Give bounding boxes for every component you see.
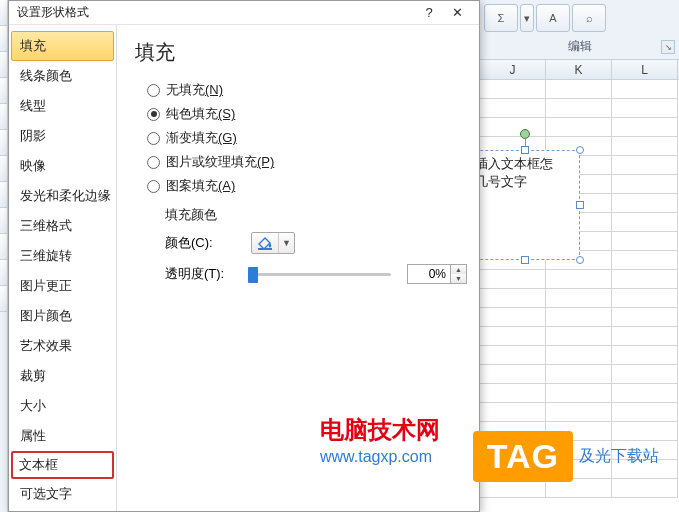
- watermark-line1: 电脑技术网: [320, 414, 440, 446]
- radio-icon: [147, 84, 160, 97]
- transparency-input[interactable]: [408, 265, 450, 283]
- sidebar-item-crop[interactable]: 裁剪: [11, 361, 114, 391]
- radio-label: 无填充(N): [166, 81, 223, 99]
- chevron-down-icon: ▼: [278, 233, 294, 253]
- ribbon-button-1[interactable]: Σ: [484, 4, 518, 32]
- svg-rect-0: [258, 248, 272, 250]
- fill-radio-group: 无填充(N)纯色填充(S)渐变填充(G)图片或纹理填充(P)图案填充(A): [135, 78, 467, 198]
- resize-handle[interactable]: [576, 201, 584, 209]
- watermark-tag-badge: TAG 及光下载站: [473, 431, 659, 482]
- ribbon-dialog-launcher[interactable]: ↘: [661, 40, 675, 54]
- radio-label: 图片或纹理填充(P): [166, 153, 274, 171]
- textbox-line1: 插入文本框怎: [475, 156, 553, 171]
- transparency-label: 透明度(T):: [165, 265, 251, 283]
- slider-thumb[interactable]: [248, 267, 258, 283]
- inserted-textbox-shape[interactable]: 插入文本框怎 几号文字: [470, 150, 580, 260]
- resize-handle[interactable]: [521, 256, 529, 264]
- sidebar-item-pic-color[interactable]: 图片颜色: [11, 301, 114, 331]
- dialog-sidebar: 填充线条颜色线型阴影映像发光和柔化边缘三维格式三维旋转图片更正图片颜色艺术效果裁…: [9, 25, 117, 511]
- sidebar-item-line-color[interactable]: 线条颜色: [11, 61, 114, 91]
- left-edge-toolbar: [0, 0, 8, 512]
- ribbon-group-label: 编辑: [480, 36, 679, 55]
- sidebar-item-3d-rotation[interactable]: 三维旋转: [11, 241, 114, 271]
- tag-badge: TAG: [473, 431, 573, 482]
- sidebar-item-properties[interactable]: 属性: [11, 421, 114, 451]
- sidebar-item-fill[interactable]: 填充: [11, 31, 114, 61]
- radio-icon: [147, 156, 160, 169]
- radio-icon: [147, 108, 160, 121]
- fill-radio-option[interactable]: 无填充(N): [135, 78, 467, 102]
- col-header-L[interactable]: L: [612, 60, 678, 79]
- radio-label: 渐变填充(G): [166, 129, 237, 147]
- resize-handle[interactable]: [521, 146, 529, 154]
- radio-label: 图案填充(A): [166, 177, 235, 195]
- watermark-site: 及光下载站: [579, 446, 659, 467]
- transparency-spinner[interactable]: ▲ ▼: [407, 264, 467, 284]
- sidebar-item-glow[interactable]: 发光和柔化边缘: [11, 181, 114, 211]
- spinner-down[interactable]: ▼: [451, 274, 466, 283]
- color-dropdown[interactable]: ▼: [251, 232, 295, 254]
- sidebar-item-pic-correction[interactable]: 图片更正: [11, 271, 114, 301]
- fill-radio-option[interactable]: 图片或纹理填充(P): [135, 150, 467, 174]
- col-header-K[interactable]: K: [546, 60, 612, 79]
- sidebar-item-3d-format[interactable]: 三维格式: [11, 211, 114, 241]
- dialog-title: 设置形状格式: [17, 4, 89, 21]
- dialog-close-button[interactable]: ✕: [443, 2, 471, 24]
- radio-icon: [147, 132, 160, 145]
- fill-color-section-label: 填充颜色: [165, 206, 467, 224]
- dialog-help-button[interactable]: ?: [415, 2, 443, 24]
- sidebar-item-alt-text[interactable]: 可选文字: [11, 479, 114, 509]
- col-header-J[interactable]: J: [480, 60, 546, 79]
- ribbon-dropdown-1[interactable]: ▾: [520, 4, 534, 32]
- dialog-titlebar[interactable]: 设置形状格式 ? ✕: [9, 1, 479, 25]
- color-label: 颜色(C):: [165, 234, 251, 252]
- resize-handle[interactable]: [576, 146, 584, 154]
- fill-radio-option[interactable]: 渐变填充(G): [135, 126, 467, 150]
- sidebar-item-shadow[interactable]: 阴影: [11, 121, 114, 151]
- resize-handle[interactable]: [576, 256, 584, 264]
- radio-label: 纯色填充(S): [166, 105, 235, 123]
- ribbon-edit-group: Σ ▾ A ⌕ 编辑 ↘: [480, 0, 679, 60]
- sidebar-item-size[interactable]: 大小: [11, 391, 114, 421]
- paint-bucket-icon: [252, 233, 278, 253]
- sidebar-item-reflection[interactable]: 映像: [11, 151, 114, 181]
- spinner-up[interactable]: ▲: [451, 265, 466, 274]
- column-headers: J K L: [480, 60, 679, 80]
- watermark-tagxp: 电脑技术网 www.tagxp.com: [320, 414, 440, 466]
- sidebar-item-textbox[interactable]: 文本框: [11, 451, 114, 479]
- pane-title: 填充: [135, 39, 467, 66]
- sidebar-item-artistic[interactable]: 艺术效果: [11, 331, 114, 361]
- sidebar-item-line-style[interactable]: 线型: [11, 91, 114, 121]
- fill-radio-option[interactable]: 图案填充(A): [135, 174, 467, 198]
- ribbon-button-3[interactable]: ⌕: [572, 4, 606, 32]
- transparency-slider[interactable]: [251, 266, 391, 282]
- radio-icon: [147, 180, 160, 193]
- ribbon-button-2[interactable]: A: [536, 4, 570, 32]
- fill-radio-option[interactable]: 纯色填充(S): [135, 102, 467, 126]
- watermark-line2: www.tagxp.com: [320, 448, 440, 466]
